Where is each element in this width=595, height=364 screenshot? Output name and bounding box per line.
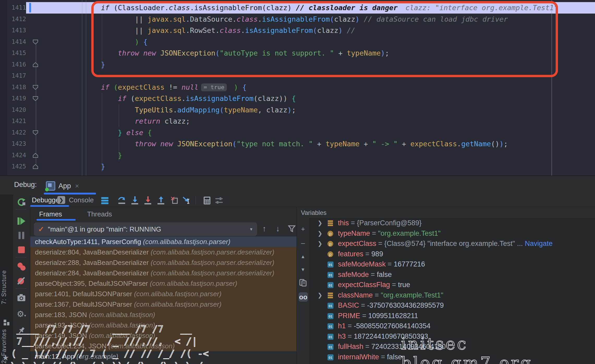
variable-row[interactable]: 01PRIME = 1099511628211 — [309, 311, 595, 321]
favorites-star-icon[interactable]: ★ — [2, 353, 9, 362]
remove-watch-icon[interactable]: – — [299, 239, 307, 247]
mute-breakpoints-icon[interactable] — [17, 276, 26, 286]
tab-threads[interactable]: Threads — [87, 210, 112, 218]
navigate-link[interactable]: Navigate — [525, 240, 553, 247]
debug-session-tab-app[interactable]: App × — [46, 179, 79, 193]
code-line-1421[interactable]: 1421 return clazz; — [0, 116, 595, 127]
code-line-1423[interactable]: 1423 throw new JSONException("type not m… — [0, 138, 595, 150]
variable-row[interactable]: 01safeMode = false — [309, 270, 595, 280]
thread-selector[interactable]: ✓ "main"@1 in group "main": RUNNING ▾ — [34, 222, 257, 236]
line-number[interactable]: 1414 — [0, 36, 26, 48]
threads-view-icon[interactable] — [101, 197, 111, 207]
add-watch-icon[interactable]: + — [299, 225, 307, 233]
line-number[interactable]: 1411 — [0, 2, 26, 14]
stack-frame-row[interactable]: deserialze:288, JavaBeanDeserializer (co… — [30, 257, 296, 268]
line-number[interactable]: 1421 — [0, 116, 26, 127]
line-number[interactable]: 1412 — [0, 14, 26, 25]
fold-start-icon[interactable] — [32, 39, 39, 45]
code-line-1415[interactable]: 1415 throw new JSONException("autoType i… — [0, 47, 595, 59]
variable-row[interactable]: 01fullHash = 7240233140934604180 — [309, 342, 595, 352]
evaluate-expression-icon[interactable] — [202, 196, 212, 205]
line-number[interactable]: 1419 — [0, 93, 26, 104]
variable-row[interactable]: 01BASIC = -3750763034362895579 — [309, 300, 595, 311]
stack-frame-row[interactable]: main:12, App (org.example) — [30, 351, 296, 362]
structure-icon[interactable] — [3, 319, 10, 326]
move-down-icon[interactable]: ▼ — [299, 265, 307, 274]
variable-row[interactable]: pfeatures = 989 — [309, 249, 595, 259]
variable-row[interactable]: ❯ptypeName = "org.example.Test1" — [309, 228, 595, 239]
previous-frame-icon[interactable]: ↑ — [262, 224, 266, 233]
fold-start-icon[interactable] — [32, 130, 39, 136]
code-line-1418[interactable]: 1418 if (expectClass != null= true ) { — [0, 82, 595, 93]
line-number[interactable]: 1425 — [0, 161, 26, 172]
view-breakpoints-icon[interactable] — [17, 262, 26, 271]
stack-frame-row[interactable]: parseObject:254, JSON (com.alibaba.fastj… — [30, 341, 296, 351]
next-frame-icon[interactable]: ↓ — [276, 224, 280, 233]
code-line-1412[interactable]: 1412 || javax.sql.DataSource.class.isAss… — [0, 14, 595, 25]
line-number[interactable]: 1422 — [0, 127, 26, 138]
stack-frame-row[interactable]: checkAutoType:1411, ParserConfig (com.al… — [30, 236, 296, 247]
tab-console[interactable]: Console — [69, 196, 94, 204]
copy-stack-icon[interactable] — [299, 278, 307, 287]
variable-row[interactable]: ❯this = {ParserConfig@589} — [309, 218, 595, 228]
line-number[interactable]: 1418 — [0, 82, 26, 93]
watches-glasses-icon[interactable]: oo — [299, 293, 308, 301]
stack-frame-row[interactable]: parse:183, JSON (com.alibaba.fastjson) — [30, 310, 296, 320]
step-over-icon[interactable] — [130, 196, 140, 205]
code-line-1426[interactable]: 1426 — [0, 172, 595, 176]
variable-row[interactable]: ❯pexpectClass = {Class@574} "interface o… — [309, 239, 595, 249]
drop-frame-icon[interactable]: ✕ — [169, 196, 179, 205]
variable-row[interactable]: 01expectClassFlag = true — [309, 280, 595, 290]
fold-start-icon[interactable] — [32, 95, 39, 102]
variable-row[interactable]: 01h3 = 1872244109670850393 — [309, 331, 595, 342]
sidebar-item-structure[interactable]: 7: Structure — [1, 270, 13, 304]
force-step-into-icon[interactable] — [143, 196, 153, 205]
stack-frame-row[interactable]: parseObject:395, DefaultJSONParser (com.… — [30, 278, 296, 289]
code-line-1425[interactable]: 1425 } — [0, 161, 595, 172]
run-to-cursor-icon[interactable] — [182, 196, 192, 205]
code-line-1422[interactable]: 1422 } else { — [0, 127, 595, 138]
code-line-1419[interactable]: 1419 if (expectClass.isAssignableFrom(cl… — [0, 93, 595, 104]
stack-frame-row[interactable]: deserialze:804, JavaBeanDeserializer (co… — [30, 247, 296, 257]
move-up-icon[interactable]: ▲ — [299, 252, 307, 261]
code-line-1414[interactable]: 1414 ) { — [0, 36, 595, 48]
line-number[interactable]: 1415 — [0, 47, 26, 59]
fold-end-icon[interactable] — [32, 152, 39, 159]
code-line-1420[interactable]: 1420 TypeUtils.addMapping(typeName, claz… — [0, 104, 595, 116]
fold-start-icon[interactable] — [32, 84, 39, 90]
line-number[interactable]: 1413 — [0, 25, 26, 36]
code-line-1424[interactable]: 1424 } — [0, 150, 595, 161]
expand-chevron-icon[interactable]: ❯ — [318, 228, 322, 239]
filter-frames-icon[interactable] — [288, 225, 296, 233]
fold-end-icon[interactable] — [32, 62, 39, 68]
show-execution-point-icon[interactable] — [117, 196, 127, 205]
pause-icon[interactable] — [17, 231, 26, 240]
expand-chevron-icon[interactable]: ❯ — [318, 218, 322, 228]
stack-frame-row[interactable]: parse:193, JSON (com.alibaba.fastjson) — [30, 320, 296, 330]
variable-row[interactable]: 01h1 = -5808550276084140354 — [309, 321, 595, 331]
stack-frame-row[interactable]: parse:1367, DefaultJSONParser (com.aliba… — [30, 299, 296, 310]
fold-end-icon[interactable] — [32, 163, 39, 170]
gear-icon[interactable]: ⚙▾ — [17, 309, 26, 319]
rerun-icon[interactable] — [17, 197, 26, 207]
stop-icon[interactable] — [17, 245, 26, 254]
variable-row[interactable]: ❯className = "org.example.Test1" — [309, 290, 595, 301]
line-number[interactable]: 1420 — [0, 104, 26, 116]
stack-frame-row[interactable]: deserialze:284, JavaBeanDeserializer (co… — [30, 268, 296, 278]
code-line-1416[interactable]: 1416 } — [0, 59, 595, 70]
line-number[interactable]: 1416 — [0, 59, 26, 70]
variable-row[interactable]: 01safeModeMask = 16777216 — [309, 259, 595, 270]
tab-frames[interactable]: Frames — [39, 210, 62, 218]
layout-settings-icon[interactable] — [214, 196, 224, 205]
code-line-1413[interactable]: 1413 || javax.sql.RowSet.class.isAssigna… — [0, 25, 595, 36]
expand-chevron-icon[interactable]: ❯ — [318, 239, 322, 249]
expand-chevron-icon[interactable]: ❯ — [318, 290, 322, 301]
line-number[interactable]: 1424 — [0, 150, 26, 161]
line-number[interactable]: 1417 — [0, 70, 26, 82]
pin-icon[interactable] — [17, 326, 26, 335]
close-icon[interactable]: × — [75, 182, 79, 190]
camera-icon[interactable] — [17, 293, 26, 302]
code-line-1411[interactable]: 1411 if (ClassLoader.class.isAssignableF… — [0, 2, 595, 14]
code-editor[interactable]: 1411 if (ClassLoader.class.isAssignableF… — [0, 0, 595, 175]
code-lines[interactable]: 1411 if (ClassLoader.class.isAssignableF… — [0, 0, 595, 175]
